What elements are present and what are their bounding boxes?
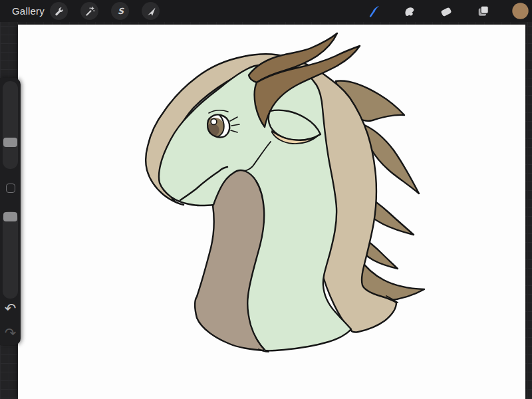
undo-button[interactable]: ↶ [0,302,21,316]
smudge-icon [402,4,416,19]
brush-icon [367,4,382,19]
brush-tool-button[interactable] [366,3,382,19]
drawing-canvas[interactable] [18,25,525,399]
brush-size-handle[interactable] [3,138,17,147]
opacity-slider[interactable] [3,211,18,299]
transform-arrow-icon [146,6,156,17]
wrench-icon [54,6,65,17]
svg-text:S: S [117,6,124,16]
layers-button[interactable] [475,3,491,19]
redo-button[interactable]: ↷ [0,327,21,340]
transform-button[interactable] [142,2,160,20]
brush-size-slider[interactable] [3,81,18,169]
eraser-icon [440,4,454,19]
color-swatch [512,3,529,19]
adjustments-button[interactable] [80,2,98,20]
layers-icon [476,4,491,19]
sidebar: ↶ ↷ [0,78,21,345]
selection-button[interactable]: S [111,2,129,20]
actions-button[interactable] [50,2,68,20]
opacity-handle[interactable] [3,212,17,221]
app-window: Gallery S [0,0,532,399]
top-toolbar: Gallery S [0,0,532,22]
magic-wand-icon [84,6,95,17]
modify-button[interactable] [6,184,15,193]
eraser-tool-button[interactable] [438,3,455,19]
smudge-tool-button[interactable] [400,3,417,19]
color-swatch-button[interactable] [512,3,529,19]
selection-s-icon: S [115,6,126,17]
gallery-button[interactable]: Gallery [12,0,45,22]
